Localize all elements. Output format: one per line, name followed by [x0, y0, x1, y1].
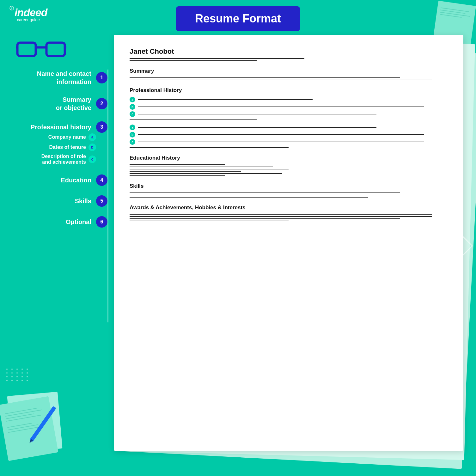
summary-title: Summary [130, 68, 448, 74]
job-1-extra-line [130, 119, 257, 120]
resume-name: Janet Chobot [130, 47, 448, 56]
badge-a-1: a [130, 97, 135, 102]
job-2-bullet-c: c [130, 139, 448, 145]
edu-line-3 [130, 169, 289, 169]
awards-line-4 [130, 221, 289, 221]
edu-line-5 [130, 173, 282, 174]
job-2-bullet-a: a [130, 125, 448, 130]
skills-line-1 [130, 192, 400, 193]
section-5: Skills 5 [0, 195, 107, 207]
section-3-subitems: Company name a Dates of tenure b Descrip… [0, 133, 107, 165]
contact-line-2 [130, 60, 257, 61]
section-2-number: 2 [96, 98, 107, 109]
section-3-label: Professional history [31, 123, 91, 131]
edu-line-4 [130, 171, 241, 172]
skills-line-3 [130, 197, 368, 198]
job-1-line-a [138, 99, 313, 100]
edu-line-1 [130, 164, 225, 165]
awards-line-3 [130, 218, 400, 219]
subitem-dates-label: Dates of tenure [49, 144, 86, 150]
deco-paper-bl [0, 396, 58, 461]
section-5-label: Skills [75, 197, 91, 205]
edu-line-2 [130, 167, 273, 167]
job-1-bullets: a b c [130, 97, 448, 117]
job-1-bullet-a: a [130, 97, 448, 102]
job-2-extra-line [130, 147, 289, 148]
glasses-icon [16, 38, 66, 64]
job-2-bullet-b: b [130, 132, 448, 137]
badge-c-1: c [130, 111, 135, 117]
edu-line-6 [130, 175, 225, 176]
education-lines [130, 164, 448, 176]
section-6: Optional 6 [0, 216, 107, 228]
section-6-label: Optional [66, 218, 91, 226]
vertical-separator [107, 70, 108, 322]
header-title: Resume Format [195, 12, 281, 25]
subitem-description-label: Description of roleand achievements [41, 154, 86, 165]
section-5-number: 5 [96, 195, 107, 207]
contact-line-1 [130, 58, 304, 59]
section-6-number: 6 [96, 216, 107, 228]
summary-line-1 [130, 77, 400, 78]
resume-paper: Janet Chobot Summary Professional Histor… [114, 35, 463, 451]
section-1: Name and contactinformation 1 [0, 70, 107, 86]
section-3-number: 3 [96, 121, 107, 133]
summary-lines [130, 77, 448, 80]
job-2-line-c [138, 142, 424, 142]
professional-history-title: Professional History [130, 87, 448, 94]
section-2-label: Summaryor objective [56, 95, 91, 112]
subitem-company-label: Company name [48, 134, 86, 140]
job-2-bullets: a b c [130, 125, 448, 145]
contact-lines [130, 58, 448, 61]
subitem-dates: Dates of tenure b [0, 143, 107, 151]
job-2-line-a [138, 127, 376, 128]
skills-title: Skills [130, 183, 448, 189]
awards-title: Awards & Achievements, Hobbies & Interes… [130, 204, 448, 211]
section-4: Education 4 [0, 174, 107, 186]
skills-line-2 [130, 195, 432, 195]
education-title: Educational History [130, 155, 448, 161]
left-panel: Name and contactinformation 1 Summaryor … [0, 70, 107, 237]
svg-rect-1 [46, 43, 65, 56]
logo-text: indeed [15, 6, 47, 19]
deco-dots [6, 369, 29, 381]
job-1-bullet-c: c [130, 111, 448, 117]
section-4-label: Education [61, 176, 91, 184]
subitem-company: Company name a [0, 133, 107, 141]
job-2-line-b [138, 134, 424, 135]
subitem-b-badge: b [88, 143, 96, 151]
awards-lines [130, 214, 448, 221]
subitem-c-badge: c [88, 156, 96, 163]
skills-lines [130, 192, 448, 198]
job-1-line-b [138, 107, 424, 107]
section-4-number: 4 [96, 174, 107, 186]
section-3: Professional history 3 [0, 121, 107, 133]
badge-b-2: b [130, 132, 135, 137]
header-bar: Resume Format [176, 6, 300, 31]
subitem-a-badge: a [88, 133, 96, 141]
job-2-extra [130, 147, 448, 148]
resume-stack: Janet Chobot Summary Professional Histor… [114, 35, 467, 451]
section-1-label: Name and contactinformation [37, 70, 91, 86]
job-1-line-c [138, 114, 376, 114]
subitem-description: Description of roleand achievements c [0, 154, 107, 165]
job-1-bullet-b: b [130, 104, 448, 110]
badge-c-2: c [130, 139, 135, 145]
section-1-number: 1 [96, 72, 107, 83]
indeed-logo: ⓘ indeed career guide [9, 6, 47, 22]
summary-line-2 [130, 80, 432, 80]
awards-line-2 [130, 216, 432, 217]
section-2: Summaryor objective 2 [0, 95, 107, 112]
job-1-extra [130, 119, 448, 120]
badge-a-2: a [130, 125, 135, 130]
svg-rect-0 [17, 43, 36, 56]
badge-b-1: b [130, 104, 135, 110]
awards-line-1 [130, 214, 432, 215]
